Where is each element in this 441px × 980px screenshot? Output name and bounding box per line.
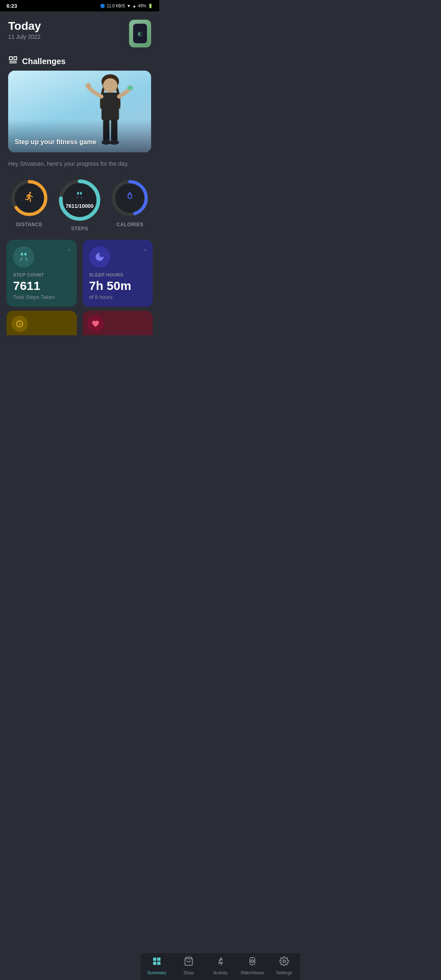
svg-point-21 [21,253,23,256]
calories-ring [109,178,150,218]
svg-rect-8 [127,86,133,90]
challenge-overlay [8,120,151,152]
bottom-card-yellow[interactable] [7,311,77,335]
step-count-icon-circle [13,246,34,267]
battery-icon: 🔋 [148,4,153,8]
network-speed: 11.0 KB/S [107,4,125,8]
step-count-value: 7611 [13,279,70,292]
metric-calories[interactable]: CALORIES [105,178,155,227]
page-title: Today [8,20,41,33]
distance-ring [9,178,50,218]
bluetooth-icon: 🔵 [100,4,105,8]
step-count-card[interactable]: › STEP COUNT 7611 Total Steps Taken [7,240,77,307]
sleep-hours-card[interactable]: › SLEEP HOURS 7h 50m of 8 hours [82,240,153,307]
svg-rect-5 [102,93,119,120]
step-count-chevron: › [68,246,70,253]
bottom-cards-row [0,311,159,335]
watch-image[interactable] [129,20,151,47]
challenge-card[interactable]: Step up your fitness game [8,71,151,152]
metric-steps[interactable]: 7611/10000 STEPS [54,178,105,232]
svg-point-22 [24,253,27,256]
status-time: 6:23 [7,3,17,9]
watch-screen [134,24,146,42]
steps-ring: 7611/10000 [57,178,102,223]
sleep-hours-unit: of 8 hours [89,294,146,300]
distance-icon [24,191,35,205]
battery-level: 49% [138,4,146,8]
signal-icon: ▲ [132,4,136,8]
steps-center: 7611/10000 [66,191,94,209]
calories-label: CALORIES [116,222,143,227]
progress-text: Hey Srivatsan, here's your progress for … [0,159,159,174]
header: Today 11 July 2022 [0,11,159,51]
sleep-hours-subtitle: SLEEP HOURS [89,272,146,277]
svg-point-4 [103,78,117,93]
sleep-hours-value: 7h 50m [89,279,146,292]
svg-rect-0 [9,57,12,60]
challenge-text: Step up your fitness game [15,138,96,146]
distance-label: DISTANCE [16,222,42,227]
challenges-title: Challenges [22,57,66,66]
steps-label: STEPS [71,226,88,232]
bottom-card-pink[interactable] [82,311,153,335]
metric-distance[interactable]: DISTANCE [4,178,54,227]
sleep-hours-icon-circle [89,246,110,267]
svg-point-17 [77,192,79,194]
challenges-icon [8,56,18,67]
info-cards-row: › STEP COUNT 7611 Total Steps Taken › SL… [0,232,159,311]
status-bar: 6:23 🔵 11.0 KB/S ▼ ▲ 49% 🔋 [0,0,159,11]
sleep-hours-chevron: › [144,246,146,253]
step-count-subtitle: STEP COUNT [13,272,70,277]
svg-point-6 [86,83,91,89]
header-text: Today 11 July 2022 [8,20,41,40]
svg-rect-1 [14,57,17,60]
status-icons: 🔵 11.0 KB/S ▼ ▲ 49% 🔋 [100,4,153,8]
step-count-unit: Total Steps Taken [13,294,70,300]
challenges-section-header: Challenges [0,51,159,71]
header-date: 11 July 2022 [8,33,41,40]
steps-value: 7611/10000 [66,203,94,209]
wifi-icon: ▼ [127,4,131,8]
metrics-row: DISTANCE 7611/10000 STEPS [0,174,159,232]
svg-point-18 [80,192,82,194]
calories-icon [124,191,136,205]
